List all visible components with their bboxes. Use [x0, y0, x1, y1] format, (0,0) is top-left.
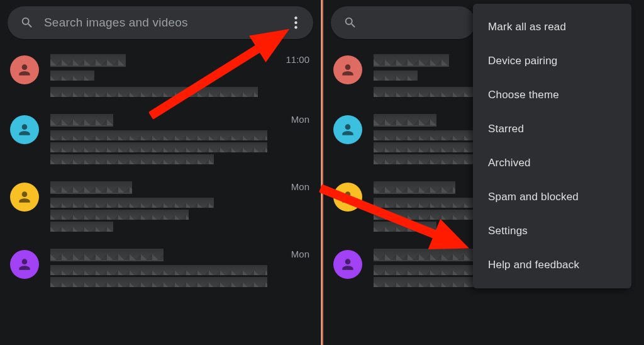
- screen-1: Search images and videos 11:00 Mon: [0, 0, 321, 345]
- more-vert-icon: [294, 16, 297, 29]
- search-input[interactable]: Search images and videos: [44, 16, 283, 30]
- conversation-row[interactable]: Mon: [0, 172, 321, 240]
- search-bar[interactable]: [331, 6, 475, 39]
- menu-item-help-and-feedback[interactable]: Help and feedback: [473, 248, 631, 282]
- more-button[interactable]: [283, 10, 308, 35]
- person-icon: [16, 122, 33, 138]
- avatar: [10, 55, 39, 84]
- avatar: [333, 183, 362, 212]
- person-icon: [16, 189, 33, 205]
- conversation-time: Mon: [291, 114, 309, 125]
- person-icon: [340, 189, 356, 205]
- conversation-time: 11:00: [286, 54, 309, 65]
- menu-item-device-pairing[interactable]: Device pairing: [473, 44, 631, 78]
- avatar: [10, 115, 39, 144]
- conversation-row[interactable]: Mon: [0, 240, 321, 295]
- conversation-time: Mon: [291, 249, 309, 259]
- menu-item-starred[interactable]: Starred: [473, 112, 631, 146]
- overflow-menu: Mark all as read Device pairing Choose t…: [473, 4, 631, 288]
- avatar: [333, 250, 362, 279]
- avatar: [10, 250, 39, 279]
- menu-item-spam-and-blocked[interactable]: Spam and blocked: [473, 180, 631, 214]
- search-bar[interactable]: Search images and videos: [8, 6, 313, 39]
- avatar: [333, 115, 362, 144]
- avatar: [10, 183, 39, 212]
- person-icon: [340, 256, 356, 273]
- person-icon: [340, 122, 356, 138]
- person-icon: [340, 62, 356, 78]
- svg-point-2: [294, 26, 297, 28]
- search-icon: [343, 16, 357, 30]
- conversation-list: 11:00 Mon Mon: [0, 45, 321, 295]
- svg-point-1: [294, 21, 297, 24]
- svg-point-0: [294, 16, 297, 19]
- avatar: [333, 55, 362, 84]
- conversation-row[interactable]: 11:00: [0, 45, 321, 105]
- menu-item-mark-all-as-read[interactable]: Mark all as read: [473, 10, 631, 44]
- menu-item-archived[interactable]: Archived: [473, 146, 631, 180]
- conversation-time: Mon: [291, 181, 309, 192]
- person-icon: [16, 256, 33, 273]
- search-icon: [20, 16, 34, 30]
- menu-item-settings[interactable]: Settings: [473, 214, 631, 248]
- menu-item-choose-theme[interactable]: Choose theme: [473, 78, 631, 112]
- conversation-row[interactable]: Mon: [0, 105, 321, 172]
- person-icon: [16, 62, 33, 78]
